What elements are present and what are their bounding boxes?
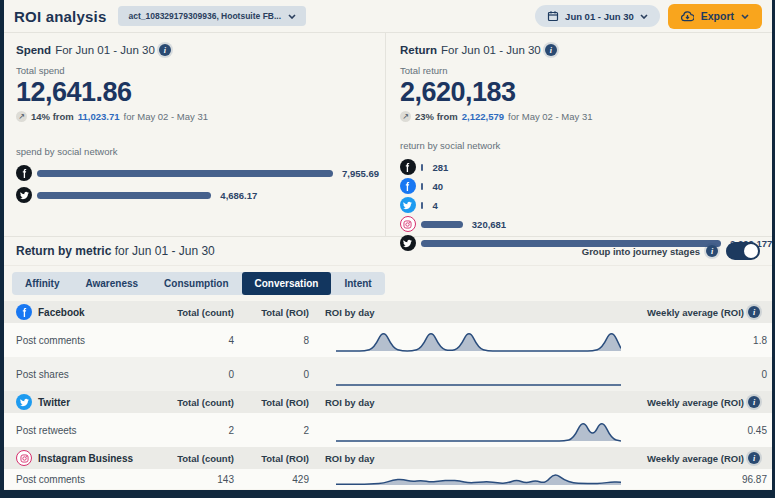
chevron-down-icon (741, 14, 749, 19)
metric-roi: 8 (234, 335, 309, 346)
export-button[interactable]: Export (668, 4, 762, 29)
facebook-icon (16, 304, 32, 320)
spend-bar-facebook (37, 170, 333, 177)
return-period: For Jun 01 - Jun 30 (441, 44, 541, 56)
col-total-count: Total (count) (136, 397, 234, 408)
return-bars: 281 40 4 320,681 (400, 159, 772, 251)
section-header-twitter: Twitter Total (count) Total (ROI) ROI by… (4, 391, 772, 413)
table-row: Post comments 4 8 1.8 (4, 323, 772, 357)
section-network-name: Instagram Business (38, 453, 133, 464)
metric-name: Post comments (16, 335, 136, 346)
info-icon[interactable]: i (706, 245, 718, 257)
total-spend-label: Total spend (16, 65, 379, 76)
spend-change-row: ↗ 14% from 11,023.71 for May 02 - May 31 (16, 111, 379, 122)
account-dropdown-label: act_108329179309936, Hootsuite FB... (128, 11, 281, 21)
calendar-icon (547, 10, 559, 22)
tab-intent[interactable]: Intent (331, 272, 384, 295)
date-range-label: Jun 01 - Jun 30 (565, 11, 634, 22)
roi-sparkline (336, 415, 621, 445)
col-weekly-average: Weekly average (ROI) (647, 397, 744, 408)
col-roi-by-day: ROI by day (309, 307, 614, 318)
info-icon[interactable]: i (748, 396, 760, 408)
journey-stages-toggle[interactable] (726, 242, 760, 260)
metric-table: Facebook Total (count) Total (ROI) ROI b… (4, 301, 772, 489)
spend-bars: 7,955.69 4,686.17 (16, 165, 379, 203)
return-title: Return For Jun 01 - Jun 30 i (400, 44, 772, 56)
info-icon[interactable]: i (748, 452, 760, 464)
metric-tabs: Affinity Awareness Consumption Conversat… (12, 272, 385, 295)
return-bar-value: 40 (432, 181, 443, 192)
spend-change-period: for May 02 - May 31 (124, 111, 208, 122)
spend-change-pct: 14% from (31, 111, 74, 122)
twitter-icon (400, 197, 416, 213)
section-header-instagram: Instagram Business Total (count) Total (… (4, 447, 772, 469)
spend-title: Spend For Jun 01 - Jun 30 i (16, 44, 379, 56)
tab-affinity[interactable]: Affinity (12, 272, 72, 295)
account-dropdown[interactable]: act_108329179309936, Hootsuite FB... (118, 6, 306, 26)
metric-weekly-average: 0.45 (621, 425, 767, 436)
export-label: Export (701, 10, 734, 22)
return-change-pct: 23% from (415, 111, 458, 122)
twitter-icon (16, 394, 32, 410)
return-bar-value: 320,681 (472, 219, 506, 230)
spend-panel: Spend For Jun 01 - Jun 30 i Total spend … (4, 33, 386, 236)
spend-bar-value: 4,686.17 (220, 190, 257, 201)
return-by-metric-period: for Jun 01 - Jun 30 (115, 244, 215, 258)
return-previous-link[interactable]: 2,122,579 (462, 111, 504, 122)
metric-weekly-average: 96.87 (621, 474, 767, 485)
tab-awareness[interactable]: Awareness (72, 272, 151, 295)
roi-sparkline (336, 359, 621, 389)
spend-bar-twitter (37, 192, 211, 199)
roi-analysis-page: ROI analysis act_108329179309936, Hootsu… (4, 0, 772, 490)
return-bar-value: 281 (432, 162, 448, 173)
return-bar-twitter (421, 202, 424, 209)
top-bar: ROI analysis act_108329179309936, Hootsu… (4, 0, 772, 33)
tab-consumption[interactable]: Consumption (151, 272, 241, 295)
metric-roi: 429 (234, 474, 309, 485)
table-row: Post shares 0 0 0 (4, 357, 772, 391)
return-bar-row: 320,681 (400, 216, 772, 232)
metric-name: Post shares (16, 369, 136, 380)
spend-title-label: Spend (16, 44, 51, 56)
facebook-icon (16, 165, 32, 181)
info-icon[interactable]: i (748, 306, 760, 318)
metric-weekly-average: 1.8 (621, 335, 767, 346)
metric-count: 2 (136, 425, 234, 436)
return-bar-facebook (421, 183, 424, 190)
metric-count: 0 (136, 369, 234, 380)
col-total-count: Total (count) (136, 453, 234, 464)
col-total-roi: Total (ROI) (234, 307, 309, 318)
col-total-roi: Total (ROI) (234, 397, 309, 408)
date-range-picker[interactable]: Jun 01 - Jun 30 (535, 5, 660, 27)
return-title-label: Return (400, 44, 437, 56)
col-weekly-average: Weekly average (ROI) (647, 453, 744, 464)
info-icon[interactable]: i (159, 44, 171, 56)
return-bar-facebook-page (421, 164, 424, 171)
return-by-metric-title-label: Return by metric (16, 244, 111, 258)
toggle-knob (744, 244, 758, 258)
metric-roi: 0 (234, 369, 309, 380)
spend-previous-link[interactable]: 11,023.71 (78, 111, 120, 122)
total-return-value: 2,620,183 (400, 77, 772, 108)
section-header-facebook: Facebook Total (count) Total (ROI) ROI b… (4, 301, 772, 323)
spend-bars-label: spend by social network (16, 146, 379, 157)
chevron-down-icon (640, 14, 648, 19)
window-frame: ROI analysis act_108329179309936, Hootsu… (0, 0, 775, 498)
metric-count: 4 (136, 335, 234, 346)
table-row: Post retweets 2 2 0.45 (4, 413, 772, 447)
info-icon[interactable]: i (545, 44, 557, 56)
total-return-label: Total return (400, 65, 772, 76)
metric-tabs-wrap: Affinity Awareness Consumption Conversat… (4, 266, 772, 301)
roi-sparkline (336, 325, 621, 355)
return-bar-row: 40 (400, 178, 772, 194)
col-weekly-average: Weekly average (ROI) (647, 307, 744, 318)
return-bar-row: 281 (400, 159, 772, 175)
facebook-icon (400, 159, 416, 175)
roi-sparkline (336, 469, 621, 489)
total-spend-value: 12,641.86 (16, 77, 379, 108)
instagram-icon (16, 450, 32, 466)
metric-name: Post retweets (16, 425, 136, 436)
tab-conversation[interactable]: Conversation (242, 272, 332, 295)
chevron-down-icon (288, 14, 296, 19)
col-roi-by-day: ROI by day (309, 397, 614, 408)
